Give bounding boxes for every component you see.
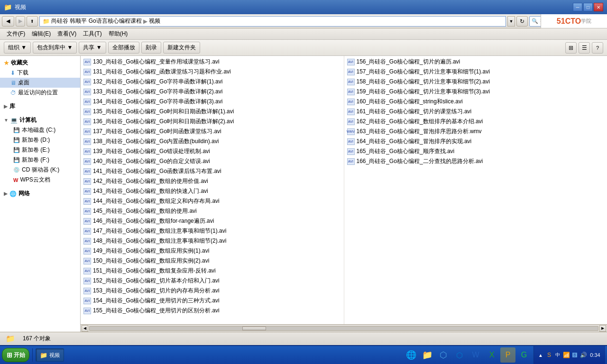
play-all-button[interactable]: 全部播放 bbox=[108, 42, 139, 54]
tray-icon-security[interactable]: S bbox=[545, 351, 553, 359]
list-item[interactable]: AVI 132_尚硅谷_Go核心编程_Go字符串函数详解(1).avi bbox=[81, 77, 344, 87]
sidebar-item-k-drive[interactable]: 💿 CD 驱动器 (K:) bbox=[0, 165, 80, 175]
share-button[interactable]: 共享 ▼ bbox=[79, 42, 106, 54]
list-item[interactable]: AVI 154_尚硅谷_Go核心编程_使用切片的三种方式.avi bbox=[81, 296, 344, 306]
list-item[interactable]: AVI 145_尚硅谷_Go核心编程_数组的使用.avi bbox=[81, 206, 344, 216]
file-name: 163_尚硅谷_Go核心编程_冒泡排序思路分析.wmv bbox=[357, 127, 482, 136]
file-icon: AVI bbox=[83, 218, 91, 225]
list-item[interactable]: AVI 153_尚硅谷_Go核心编程_切片的内存布局分析.avi bbox=[81, 286, 344, 296]
taskbar-app3[interactable]: ⬡ bbox=[436, 347, 451, 363]
list-item[interactable]: AVI 139_尚硅谷_Go核心编程_Go错误处理机制.avi bbox=[81, 146, 344, 156]
scrollbar-thumb[interactable] bbox=[242, 327, 266, 330]
tray-icon-volume[interactable]: 🔊 bbox=[579, 351, 587, 359]
new-folder-button[interactable]: 新建文件夹 bbox=[163, 42, 200, 54]
view-options-button[interactable]: ⊞ bbox=[565, 42, 577, 54]
close-button[interactable]: ✕ bbox=[594, 3, 603, 11]
list-item[interactable]: AVI 149_尚硅谷_Go核心编程_数组应用实例(1).avi bbox=[81, 246, 344, 256]
list-item[interactable]: AVI 131_尚硅谷_Go核心编程_函数课堂练习习题和作业.avi bbox=[81, 67, 344, 77]
system-tray: ▲ S 中 📶 🅱 🔊 0:34 bbox=[533, 346, 605, 364]
scrollbar-track[interactable] bbox=[89, 326, 598, 331]
list-item[interactable]: WMV 163_尚硅谷_Go核心编程_冒泡排序思路分析.wmv bbox=[344, 127, 607, 136]
tray-icon-wifi[interactable]: 📶 bbox=[562, 351, 570, 359]
list-item[interactable]: AVI 162_尚硅谷_Go核心编程_数组排序的基本介绍.avi bbox=[344, 117, 607, 127]
menu-help[interactable]: 帮助(H) bbox=[106, 29, 131, 39]
list-item[interactable]: AVI 147_尚硅谷_Go核心编程_数组注意事项和细节(1).avi bbox=[81, 226, 344, 236]
list-item[interactable]: AVI 165_尚硅谷_Go核心编程_顺序查找.avi bbox=[344, 146, 607, 156]
forward-button[interactable]: ▶ bbox=[16, 16, 25, 27]
list-item[interactable]: AVI 148_尚硅谷_Go核心编程_数组注意事项和细节(2).avi bbox=[81, 236, 344, 246]
sidebar-item-e-drive[interactable]: 💾 新加卷 (E:) bbox=[0, 145, 80, 155]
list-item[interactable]: AVI 142_尚硅谷_Go核心编程_数组的使用价值.avi bbox=[81, 176, 344, 186]
list-item[interactable]: AVI 134_尚硅谷_Go核心编程_Go字符串函数详解(3).avi bbox=[81, 97, 344, 107]
list-item[interactable]: AVI 140_尚硅谷_Go核心编程_Go的自定义错误.avi bbox=[81, 156, 344, 166]
taskbar-app8[interactable]: G bbox=[516, 347, 532, 363]
library-header[interactable]: ▶ 库 bbox=[0, 101, 80, 111]
list-item[interactable]: AVI 155_尚硅谷_Go核心编程_使用切片的区别分析.avi bbox=[81, 306, 344, 316]
up-button[interactable]: ⬆ bbox=[27, 16, 38, 27]
list-item[interactable]: AVI 151_尚硅谷_Go核心编程_数组复杂应用-反转.avi bbox=[81, 266, 344, 276]
list-item[interactable]: AVI 164_尚硅谷_Go核心编程_冒泡排序的实现.avi bbox=[344, 136, 607, 146]
tray-expand-button[interactable]: ▲ bbox=[537, 351, 544, 359]
sidebar-item-d-drive[interactable]: 💾 新加卷 (D:) bbox=[0, 135, 80, 145]
list-item[interactable]: AVI 143_尚硅谷_Go核心编程_数组的快速入门.avi bbox=[81, 186, 344, 196]
list-item[interactable]: AVI 166_尚硅谷_Go核心编程_二分查找的思路分析.avi bbox=[344, 156, 607, 166]
tray-icon-bluetooth[interactable]: 🅱 bbox=[571, 351, 579, 359]
taskbar-app5[interactable]: W bbox=[468, 347, 483, 363]
file-icon: AVI bbox=[83, 59, 91, 65]
menu-edit[interactable]: 编辑(E) bbox=[29, 29, 54, 39]
horizontal-scrollbar[interactable]: ◀ ▶ bbox=[81, 324, 607, 332]
list-item[interactable]: AVI 136_尚硅谷_Go核心编程_Go时间和日期函数详解(2).avi bbox=[81, 117, 344, 127]
help-button[interactable]: ? bbox=[592, 42, 603, 54]
include-library-button[interactable]: 包含到库中 ▼ bbox=[33, 42, 77, 54]
list-item[interactable]: AVI 158_尚硅谷_Go核心编程_切片注意事项和细节(2).avi bbox=[344, 77, 607, 87]
menu-tools[interactable]: 工具(T) bbox=[80, 29, 104, 39]
taskbar-app1[interactable]: 🌐 bbox=[404, 347, 419, 363]
list-item[interactable]: AVI 138_尚硅谷_Go核心编程_Go内置函数(buildin).avi bbox=[81, 136, 344, 146]
list-item[interactable]: AVI 133_尚硅谷_Go核心编程_Go字符串函数详解(2).avi bbox=[81, 87, 344, 97]
sidebar-item-download[interactable]: ⬇ 下载 bbox=[0, 68, 80, 78]
minimize-button[interactable]: ─ bbox=[573, 3, 582, 11]
address-path-bar[interactable]: 📁 尚硅谷 韩顺平 Go语言核心编程课程 ▶ 视频 bbox=[39, 16, 506, 27]
taskbar-app6[interactable]: X bbox=[484, 347, 499, 363]
file-name: 142_尚硅谷_Go核心编程_数组的使用价值.avi bbox=[93, 177, 208, 185]
view-details-button[interactable]: ☰ bbox=[579, 42, 590, 54]
tray-icon-ime[interactable]: 中 bbox=[554, 351, 561, 359]
list-item[interactable]: AVI 144_尚硅谷_Go核心编程_数组定义和内存布局.avi bbox=[81, 196, 344, 206]
menu-file[interactable]: 文件(F) bbox=[4, 29, 28, 39]
taskbar-app4-vscode[interactable]: ⬡ bbox=[452, 347, 467, 363]
menu-view[interactable]: 查看(V) bbox=[55, 29, 79, 39]
list-item[interactable]: AVI 150_尚硅谷_Go核心编程_数组应用实例(2).avi bbox=[81, 256, 344, 266]
sidebar-item-wps[interactable]: W WPS云文档 bbox=[0, 175, 80, 185]
taskbar-app2[interactable]: 📁 bbox=[420, 347, 435, 363]
list-item[interactable]: AVI 159_尚硅谷_Go核心编程_切片注意事项和细节(3).avi bbox=[344, 87, 607, 97]
refresh-button[interactable]: ↻ bbox=[516, 16, 528, 27]
sidebar-item-recent[interactable]: ⏱ 最近访问的位置 bbox=[0, 88, 80, 98]
taskbar-explorer-item[interactable]: 📁 视频 bbox=[36, 348, 64, 362]
computer-header[interactable]: ▼ 💻 计算机 bbox=[0, 115, 80, 125]
back-button[interactable]: ◀ bbox=[2, 16, 14, 27]
burn-button[interactable]: 刻录 bbox=[141, 42, 161, 54]
sidebar-item-desktop[interactable]: 🖥 桌面 bbox=[0, 78, 80, 88]
network-header[interactable]: ▶ 🌐 网络 bbox=[0, 189, 80, 199]
list-item[interactable]: AVI 146_尚硅谷_Go核心编程_数组for-range遍历.avi bbox=[81, 216, 344, 226]
sidebar-item-c-drive[interactable]: 💾 本地磁盘 (C:) bbox=[0, 125, 80, 135]
list-item[interactable]: AVI 137_尚硅谷_Go核心编程_Go时间函数课堂练习.avi bbox=[81, 127, 344, 136]
list-item[interactable]: AVI 152_尚硅谷_Go核心编程_切片基本介绍和入门.avi bbox=[81, 276, 344, 286]
scroll-left-button[interactable]: ◀ bbox=[82, 325, 88, 332]
list-item[interactable]: AVI 141_尚硅谷_Go核心编程_Go函数课后练习布置.avi bbox=[81, 166, 344, 176]
sidebar-item-f-drive[interactable]: 💾 新加卷 (F:) bbox=[0, 155, 80, 165]
list-item[interactable]: AVI 135_尚硅谷_Go核心编程_Go时间和日期函数详解(1).avi bbox=[81, 107, 344, 117]
scroll-right-button[interactable]: ▶ bbox=[599, 325, 606, 332]
maximize-button[interactable]: □ bbox=[583, 3, 593, 11]
list-item[interactable]: AVI 157_尚硅谷_Go核心编程_切片注意事项和细节(1).avi bbox=[344, 67, 607, 77]
path-dropdown-button[interactable]: ▼ bbox=[507, 16, 515, 27]
taskbar-app7[interactable]: P bbox=[500, 347, 515, 363]
favorites-header[interactable]: ★ 收藏夹 bbox=[0, 58, 80, 68]
list-item[interactable]: AVI 130_尚硅谷_Go核心编程_变量作用域课堂练习.avi bbox=[81, 57, 344, 67]
list-item[interactable]: AVI 161_尚硅谷_Go核心编程_切片的课堂练习.avi bbox=[344, 107, 607, 117]
start-button[interactable]: ⊞ 开始 bbox=[2, 348, 29, 362]
file-name: 156_尚硅谷_Go核心编程_切片的遍历.avi bbox=[357, 58, 460, 66]
organize-button[interactable]: 组织 ▼ bbox=[4, 42, 31, 54]
list-item[interactable]: AVI 160_尚硅谷_Go核心编程_string和slice.avi bbox=[344, 97, 607, 107]
list-item[interactable]: AVI 156_尚硅谷_Go核心编程_切片的遍历.avi bbox=[344, 57, 607, 67]
